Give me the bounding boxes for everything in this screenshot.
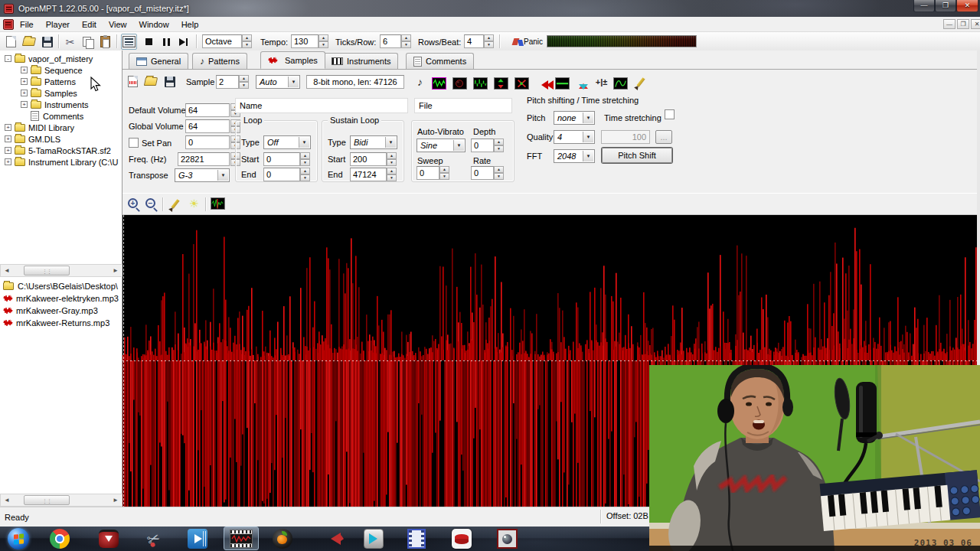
rows-beat-field[interactable]: 4: [464, 34, 484, 48]
tree-item-midi-library[interactable]: +MIDI Library: [0, 122, 122, 133]
sample-name-field[interactable]: Name: [235, 98, 408, 113]
sample-number-field[interactable]: 2: [216, 75, 239, 89]
sustain-end-field[interactable]: 47124: [350, 168, 387, 181]
tree-item-comments[interactable]: Comments: [0, 110, 122, 122]
file-item[interactable]: mrKakweer-Returns.mp3: [0, 317, 122, 329]
taskbar-tv-downloader[interactable]: [98, 528, 119, 549]
vibrato-sweep-spinner[interactable]: ▲▼: [439, 166, 449, 180]
octave-spinner[interactable]: ▲▼: [242, 34, 252, 48]
import-sample-button[interactable]: [142, 73, 158, 90]
resample-button[interactable]: [575, 73, 591, 90]
tab-patterns[interactable]: ♪Patterns: [192, 53, 247, 69]
tab-samples[interactable]: Samples: [260, 51, 325, 69]
zoom-out-button[interactable]: −: [142, 195, 158, 211]
dc-offset-button[interactable]: [554, 73, 570, 90]
taskbar-media-play[interactable]: [363, 528, 384, 549]
vibrato-depth-field[interactable]: 0: [471, 139, 494, 152]
taskbar-eye[interactable]: [496, 528, 518, 549]
play-button[interactable]: [176, 34, 192, 50]
time-stretching-checkbox[interactable]: [665, 109, 675, 119]
tree-expander-icon[interactable]: +: [5, 147, 11, 154]
sample-number-spinner[interactable]: ▲▼: [239, 75, 249, 89]
menu-window[interactable]: Window: [133, 17, 175, 32]
silence-button[interactable]: [452, 73, 468, 90]
maximize-button[interactable]: ❐: [935, 0, 956, 12]
menu-help[interactable]: Help: [175, 17, 205, 32]
stop-button[interactable]: [141, 34, 157, 50]
tree-item-sequence[interactable]: +Sequence: [0, 64, 122, 76]
scroll-thumb[interactable]: [24, 266, 70, 276]
new-file-button[interactable]: [3, 34, 19, 50]
save-file-button[interactable]: [39, 34, 55, 50]
quick-adjust-button[interactable]: +|±: [593, 73, 609, 90]
vibrato-type-dropdown[interactable]: Sine▼: [416, 139, 466, 152]
frequency-field[interactable]: 22821: [178, 152, 230, 166]
taskbar-media-player[interactable]: [187, 528, 208, 549]
taskbar-fl-studio[interactable]: [272, 528, 293, 549]
amplify-button[interactable]: [493, 73, 509, 90]
default-volume-field[interactable]: 64: [185, 103, 230, 117]
tree-expander-icon[interactable]: +: [5, 135, 11, 142]
draw-button[interactable]: [632, 73, 648, 90]
global-volume-field[interactable]: 64: [185, 119, 230, 133]
rewind-button[interactable]: [534, 73, 550, 90]
new-sample-button[interactable]: [125, 73, 141, 90]
tab-instruments[interactable]: Instruments: [324, 53, 398, 69]
tree-expander-icon[interactable]: +: [5, 124, 11, 131]
tab-comments[interactable]: Comments: [406, 53, 474, 69]
tree-expander-icon[interactable]: +: [5, 158, 11, 165]
tree-item-5-tamarockstar-sf2[interactable]: +5-TamaRockSTAR.sf2: [0, 145, 122, 156]
tempo-field[interactable]: 130: [291, 34, 318, 48]
scroll-left-icon[interactable]: ◄: [1, 494, 13, 506]
scroll-thumb[interactable]: [24, 495, 70, 505]
envelope-button[interactable]: [612, 73, 629, 90]
tree-expander-icon[interactable]: +: [21, 101, 28, 108]
open-file-button[interactable]: [21, 34, 37, 50]
vibrato-rate-field[interactable]: 0: [471, 166, 494, 180]
tree-hscrollbar[interactable]: ◄ ►: [0, 264, 122, 277]
pause-button[interactable]: [158, 34, 175, 50]
paste-button[interactable]: [97, 34, 113, 50]
taskbar-k-player[interactable]: [322, 528, 343, 549]
draw-mode-button[interactable]: [167, 195, 183, 211]
tree-item-vapor-of-mistery[interactable]: -vapor_of_mistery: [0, 53, 122, 64]
tempo-spinner[interactable]: ▲▼: [318, 34, 328, 48]
pattern-play-button[interactable]: [121, 34, 137, 50]
tree-expander-icon[interactable]: +: [21, 78, 28, 85]
menu-edit[interactable]: Edit: [76, 17, 103, 32]
pitch-shift-button[interactable]: Pitch Shift: [602, 148, 672, 163]
set-pan-checkbox[interactable]: [129, 138, 139, 148]
wave-edit-button[interactable]: [431, 73, 447, 90]
scroll-right-icon[interactable]: ►: [109, 494, 122, 506]
pan-field[interactable]: 0: [185, 135, 230, 149]
sustain-start-spinner[interactable]: ▲▼: [387, 152, 397, 166]
ticks-row-spinner[interactable]: ▲▼: [401, 34, 411, 48]
sample-mode-dropdown[interactable]: Auto▼: [256, 75, 300, 89]
mdi-document-icon[interactable]: [3, 19, 14, 30]
normalize-button[interactable]: [472, 73, 488, 90]
more-options-button[interactable]: ...: [655, 130, 672, 144]
file-item[interactable]: mrKakweer-elektryken.mp3: [0, 292, 122, 305]
loop-start-field[interactable]: 0: [263, 152, 300, 166]
mdi-restore-button[interactable]: ❐: [957, 19, 969, 29]
tree-expander-icon[interactable]: -: [5, 55, 11, 62]
menu-file[interactable]: File: [14, 17, 40, 32]
zoom-in-button[interactable]: +: [125, 195, 141, 211]
octave-selector[interactable]: Octave 4: [202, 34, 242, 48]
taskbar-film[interactable]: [406, 528, 427, 549]
vibrato-sweep-field[interactable]: 0: [416, 166, 439, 180]
menu-player[interactable]: Player: [40, 17, 76, 32]
taskbar-chrome[interactable]: [49, 528, 70, 549]
sustain-type-dropdown[interactable]: Bidi▼: [350, 135, 397, 149]
sustain-end-spinner[interactable]: ▲▼: [387, 168, 397, 181]
sample-file-field[interactable]: File: [414, 98, 512, 113]
tree-expander-icon[interactable]: +: [21, 90, 28, 96]
close-button[interactable]: ✕: [956, 0, 978, 12]
rows-beat-spinner[interactable]: ▲▼: [484, 34, 494, 48]
tree-item-instrument-library-c-u[interactable]: +Instrument Library (C:\U: [0, 156, 122, 168]
sustain-start-field[interactable]: 200: [350, 152, 387, 166]
fft-dropdown[interactable]: 2048▼: [554, 149, 595, 163]
vibrato-depth-spinner[interactable]: ▲▼: [494, 139, 504, 152]
menu-view[interactable]: View: [103, 17, 133, 32]
file-item[interactable]: mrKakweer-Gray.mp3: [0, 305, 122, 317]
